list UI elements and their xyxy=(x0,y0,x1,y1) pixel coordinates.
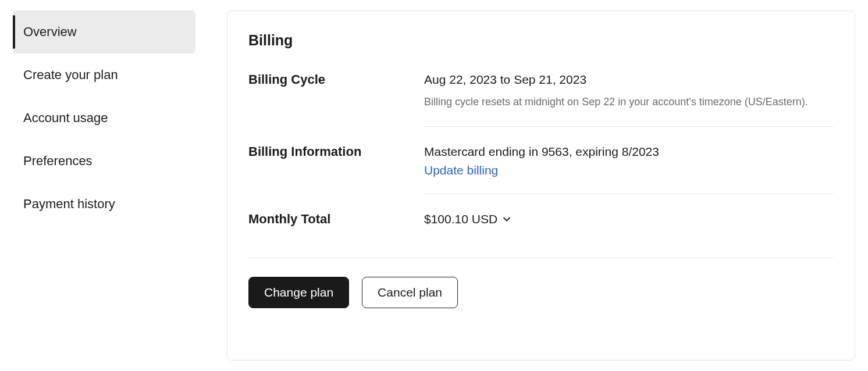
monthly-total-label: Monthly Total xyxy=(248,211,401,227)
billing-card-line: Mastercard ending in 9563, expiring 8/20… xyxy=(424,143,834,160)
sidebar-item-create-plan[interactable]: Create your plan xyxy=(13,53,195,97)
row-billing-info: Billing Information Mastercard ending in… xyxy=(248,143,834,194)
billing-cycle-label: Billing Cycle xyxy=(248,71,401,87)
row-monthly-total: Monthly Total $100.10 USD xyxy=(248,211,834,244)
sidebar-item-label: Payment history xyxy=(23,197,115,211)
billing-cycle-note: Billing cycle resets at midnight on Sep … xyxy=(424,95,834,109)
action-bar: Change plan Cancel plan xyxy=(248,277,834,308)
cancel-plan-button[interactable]: Cancel plan xyxy=(362,277,458,308)
monthly-total-toggle[interactable]: $100.10 USD xyxy=(424,211,511,227)
sidebar-item-preferences[interactable]: Preferences xyxy=(13,140,195,183)
sidebar-item-account-usage[interactable]: Account usage xyxy=(13,97,195,140)
sidebar-item-overview[interactable]: Overview xyxy=(13,10,195,53)
billing-info-body: Mastercard ending in 9563, expiring 8/20… xyxy=(424,143,834,194)
monthly-total-body: $100.10 USD xyxy=(424,211,834,244)
billing-card: Billing Billing Cycle Aug 22, 2023 to Se… xyxy=(227,10,855,361)
billing-cycle-range: Aug 22, 2023 to Sep 21, 2023 xyxy=(424,71,834,88)
billing-cycle-body: Aug 22, 2023 to Sep 21, 2023 Billing cyc… xyxy=(424,71,834,127)
change-plan-button[interactable]: Change plan xyxy=(248,277,349,308)
sidebar-item-label: Account usage xyxy=(23,110,108,125)
update-billing-link[interactable]: Update billing xyxy=(424,163,498,177)
chevron-down-icon xyxy=(502,215,511,224)
sidebar-item-label: Create your plan xyxy=(23,67,118,82)
row-billing-cycle: Billing Cycle Aug 22, 2023 to Sep 21, 20… xyxy=(248,71,834,127)
sidebar-item-label: Overview xyxy=(23,24,77,39)
sidebar-item-payment-history[interactable]: Payment history xyxy=(13,183,195,226)
divider xyxy=(248,258,834,258)
card-title: Billing xyxy=(248,32,834,49)
sidebar: Overview Create your plan Account usage … xyxy=(13,10,195,361)
sidebar-item-label: Preferences xyxy=(23,154,93,168)
billing-info-label: Billing Information xyxy=(248,143,401,159)
monthly-total-amount: $100.10 USD xyxy=(424,211,497,227)
